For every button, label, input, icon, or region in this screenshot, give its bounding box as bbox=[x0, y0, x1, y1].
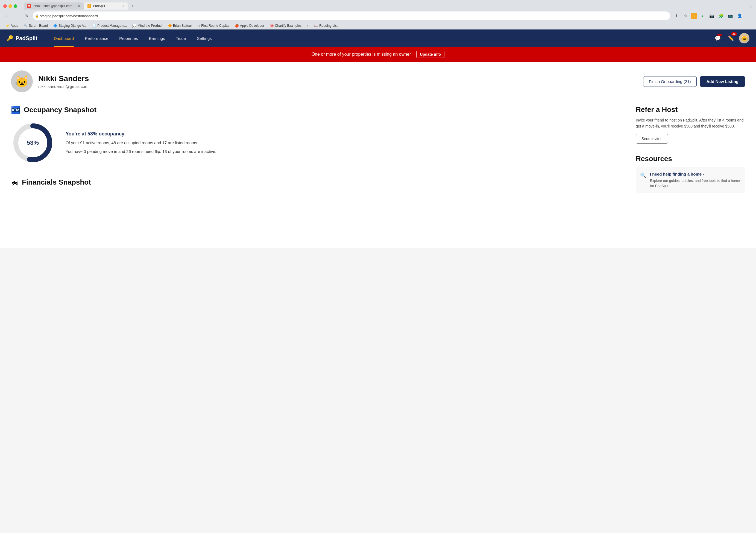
traffic-lights bbox=[3, 4, 17, 8]
bookmark-scrum-label: Scrum Board bbox=[29, 24, 48, 28]
finish-onboarding-button[interactable]: Finish Onboarding (21) bbox=[643, 76, 696, 87]
bookmark-reading-list[interactable]: 📖 Reading List bbox=[312, 23, 340, 28]
minimize-button[interactable] bbox=[9, 4, 12, 8]
nav-link-properties[interactable]: Properties bbox=[114, 30, 143, 47]
bookmark-icon[interactable]: ☆ bbox=[682, 12, 689, 20]
resource-content: I need help finding a home › Explore our… bbox=[650, 172, 741, 189]
resources-title: Resources bbox=[636, 155, 745, 163]
bookmark-product[interactable]: 📄 Product Managem... bbox=[90, 23, 129, 28]
bookmark-product-label: Product Managem... bbox=[97, 24, 127, 28]
bookmark-apps-icon: ⚡ bbox=[6, 24, 10, 28]
cast-icon[interactable]: 📺 bbox=[726, 12, 734, 20]
bookmark-mind-label: Mind the Product bbox=[138, 24, 162, 28]
reading-list-icon: 📖 bbox=[314, 24, 318, 28]
bookmarks-bar: ⚡ Apps 🔧 Scrum Board 🔷 Staging Django A.… bbox=[0, 22, 756, 29]
tab-padsplit[interactable]: P PadSplit ✕ bbox=[84, 2, 128, 10]
notifications-button[interactable]: 💬 bbox=[713, 33, 723, 43]
nav-link-performance[interactable]: Performance bbox=[79, 30, 114, 47]
financials-icon: 🏍 bbox=[11, 178, 18, 187]
alert-banner: One or more of your properties is missin… bbox=[0, 47, 756, 62]
bookmark-apple-label: Apple Developer bbox=[240, 24, 264, 28]
extension-green-icon[interactable]: ● bbox=[699, 12, 706, 20]
address-text: staging.padsplit.com/host/dashboard bbox=[40, 14, 98, 18]
right-column: Refer a Host Invite your friend to host … bbox=[636, 105, 745, 193]
edit-badge: 36 bbox=[731, 32, 737, 36]
browser-chrome: M Inbox - shea@padsplit.com - P... ✕ P P… bbox=[0, 0, 756, 30]
fullscreen-button[interactable] bbox=[14, 4, 17, 8]
update-info-link[interactable]: Update info bbox=[416, 51, 445, 58]
avatar-cat-image: 🐱 bbox=[15, 75, 29, 88]
occupancy-header: 🏧 Occupancy Snapshot bbox=[11, 105, 623, 114]
padsplit-favicon: P bbox=[88, 4, 91, 8]
nav-link-dashboard[interactable]: Dashboard bbox=[48, 30, 79, 47]
profile-info: Nikki Sanders nikki.sanders.n@gmail.com bbox=[38, 74, 89, 89]
bookmark-brian-icon: 🔶 bbox=[168, 24, 172, 28]
profile-actions: Finish Onboarding (21) Add New Listing bbox=[643, 76, 745, 87]
edit-notifications-button[interactable]: ✏️ 36 bbox=[726, 33, 736, 43]
nav-icons: 💬 ✏️ 36 🐱 bbox=[713, 33, 749, 43]
extension-yellow-icon[interactable]: 1 bbox=[691, 13, 697, 19]
profile-avatar: 🐱 bbox=[11, 70, 33, 92]
tab-list-button[interactable]: ⌄ bbox=[749, 4, 753, 9]
occupancy-headline: You're at 53% occupancy bbox=[66, 131, 623, 137]
send-invites-button[interactable]: Send invites bbox=[636, 134, 668, 144]
tab-gmail-label: Inbox - shea@padsplit.com - P... bbox=[33, 4, 76, 8]
nav-link-settings[interactable]: Settings bbox=[192, 30, 217, 47]
chat-icon: 💬 bbox=[715, 35, 721, 41]
share-icon[interactable]: ⬆ bbox=[672, 12, 680, 20]
bookmark-scrum[interactable]: 🔧 Scrum Board bbox=[21, 23, 50, 28]
bookmark-product-icon: 📄 bbox=[92, 24, 96, 28]
nav-logo-icon: 🔑 bbox=[7, 35, 14, 41]
occupancy-section: 🏧 Occupancy Snapshot 53% bbox=[11, 105, 623, 165]
occupancy-text: You're at 53% occupancy Of your 91 activ… bbox=[66, 131, 623, 155]
bookmark-mind[interactable]: 💭 Mind the Product bbox=[130, 23, 165, 28]
bookmark-chartify[interactable]: 🐙 Chartify Examples bbox=[268, 23, 304, 28]
main-content: 🐱 Nikki Sanders nikki.sanders.n@gmail.co… bbox=[0, 62, 756, 202]
bookmark-chartify-label: Chartify Examples bbox=[275, 24, 302, 28]
tab-padsplit-label: PadSplit bbox=[93, 4, 105, 8]
more-bookmarks[interactable]: » bbox=[305, 23, 311, 28]
bookmark-staging-icon: 🔷 bbox=[53, 24, 57, 28]
close-button[interactable] bbox=[3, 4, 7, 8]
new-tab-button[interactable]: + bbox=[128, 2, 136, 10]
top-nav: 🔑 PadSplit Dashboard Performance Propert… bbox=[0, 30, 756, 47]
bookmark-brian-label: Brian Balfour bbox=[173, 24, 192, 28]
forward-button[interactable]: → bbox=[13, 12, 21, 20]
back-button[interactable]: ← bbox=[3, 12, 11, 20]
tab-gmail-close[interactable]: ✕ bbox=[78, 4, 80, 8]
nav-logo[interactable]: 🔑 PadSplit bbox=[7, 35, 38, 41]
lock-icon: 🔒 bbox=[35, 14, 39, 18]
user-avatar[interactable]: 🐱 bbox=[739, 33, 749, 43]
bookmark-apps[interactable]: ⚡ Apps bbox=[3, 23, 20, 28]
nav-logo-text: PadSplit bbox=[15, 35, 38, 41]
address-bar[interactable]: 🔒 staging.padsplit.com/host/dashboard bbox=[33, 12, 670, 20]
tab-padsplit-close[interactable]: ✕ bbox=[122, 4, 125, 8]
bookmark-first-round[interactable]: ◻ First Round Capital bbox=[195, 23, 231, 28]
nav-link-earnings[interactable]: Earnings bbox=[144, 30, 171, 47]
bookmark-scrum-icon: 🔧 bbox=[23, 24, 28, 28]
bookmark-first-round-icon: ◻ bbox=[197, 24, 200, 28]
financials-header: 🏍 Financials Snapshot bbox=[11, 178, 623, 187]
profile-left: 🐱 Nikki Sanders nikki.sanders.n@gmail.co… bbox=[11, 70, 89, 92]
bookmark-apple[interactable]: 🍎 Apple Developer bbox=[232, 23, 266, 28]
browser-titlebar: M Inbox - shea@padsplit.com - P... ✕ P P… bbox=[0, 0, 756, 10]
nav-link-team[interactable]: Team bbox=[171, 30, 192, 47]
resource-link-label: I need help finding a home bbox=[650, 172, 702, 176]
edit-icon: ✏️ bbox=[728, 35, 734, 41]
more-menu-button[interactable]: ⋮ bbox=[745, 12, 753, 20]
reload-button[interactable]: ↻ bbox=[23, 12, 31, 20]
bookmark-chartify-icon: 🐙 bbox=[270, 24, 274, 28]
add-new-listing-button[interactable]: Add New Listing bbox=[700, 76, 745, 87]
extensions-icon[interactable]: 🧩 bbox=[717, 12, 725, 20]
camera-icon[interactable]: 📷 bbox=[708, 12, 716, 20]
tab-gmail[interactable]: M Inbox - shea@padsplit.com - P... ✕ bbox=[24, 2, 84, 10]
occupancy-card: 53% You're at 53% occupancy Of your 91 a… bbox=[11, 121, 623, 165]
bookmark-staging[interactable]: 🔷 Staging Django A... bbox=[51, 23, 89, 28]
bookmark-brian[interactable]: 🔶 Brian Balfour bbox=[166, 23, 194, 28]
profile-icon[interactable]: 👤 bbox=[736, 12, 743, 20]
financials-title: Financials Snapshot bbox=[22, 178, 91, 187]
occupancy-detail-line2: You have 0 pending move in and 26 rooms … bbox=[66, 148, 623, 155]
bookmark-mind-icon: 💭 bbox=[132, 24, 136, 28]
bookmark-first-round-label: First Round Capital bbox=[201, 24, 229, 28]
resource-item-find-home[interactable]: 🔍 I need help finding a home › Explore o… bbox=[636, 167, 745, 193]
